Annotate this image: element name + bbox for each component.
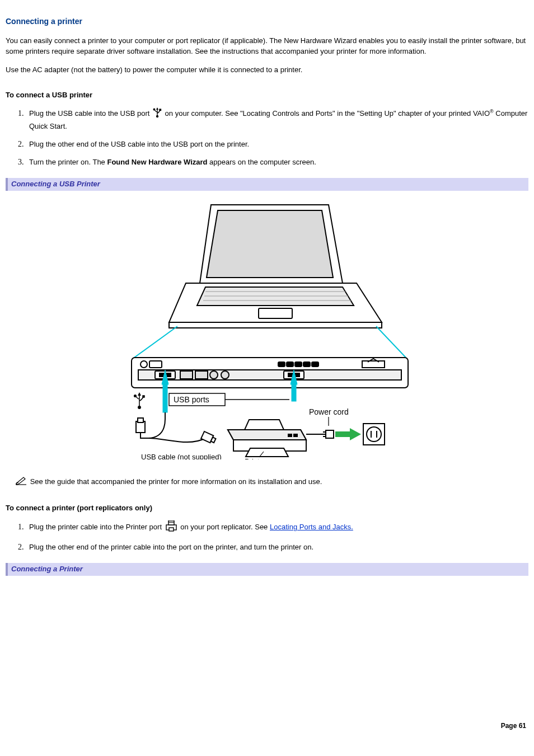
svg-rect-16 xyxy=(149,361,162,368)
section-title: Connecting a printer xyxy=(6,16,528,27)
step-text: Plug the printer cable into the Printer … xyxy=(29,523,164,531)
svg-rect-46 xyxy=(326,430,334,438)
svg-line-9 xyxy=(133,326,177,359)
list-item: Turn the printer on. The Found New Hardw… xyxy=(26,157,528,168)
svg-point-22 xyxy=(221,371,229,379)
usb-trident-icon xyxy=(153,107,162,121)
svg-marker-36 xyxy=(138,392,141,396)
intro-paragraph-1: You can easily connect a printer to your… xyxy=(6,36,528,57)
step-text-bold: Found New Hardware Wizard xyxy=(107,158,207,166)
intro-paragraph-2: Use the AC adapter (not the battery) to … xyxy=(6,65,528,76)
step-text: Plug the other end of the USB cable into… xyxy=(29,140,249,148)
svg-rect-27 xyxy=(312,362,318,367)
svg-rect-60 xyxy=(168,522,174,525)
svg-rect-8 xyxy=(259,308,292,318)
step-text: Plug the USB cable into the USB port xyxy=(29,109,152,118)
svg-rect-24 xyxy=(287,362,293,367)
note-text: See the guide that accompanied the print… xyxy=(30,477,322,486)
svg-point-21 xyxy=(210,371,218,379)
svg-rect-43 xyxy=(294,434,297,436)
step-text: on your computer. See "Locating Controls… xyxy=(165,109,490,118)
svg-rect-23 xyxy=(278,362,285,367)
svg-marker-2 xyxy=(156,107,158,110)
svg-point-35 xyxy=(138,406,140,408)
registered-mark: ® xyxy=(490,109,494,114)
svg-point-15 xyxy=(140,361,147,368)
step-text: Turn the printer on. The xyxy=(29,158,107,166)
svg-rect-31 xyxy=(163,384,167,412)
steps-port-replicator: Plug the printer cable into the Printer … xyxy=(21,520,528,553)
diagram-label-power-cord: Power cord xyxy=(309,407,349,416)
svg-rect-61 xyxy=(169,528,174,531)
svg-point-37 xyxy=(134,395,137,397)
steps-usb-printer: Plug the USB cable into the USB port on … xyxy=(21,107,528,168)
list-item: Plug the other end of the printer cable … xyxy=(26,542,528,553)
diagram-label-printer: Printer xyxy=(245,457,266,459)
svg-rect-25 xyxy=(295,362,302,367)
step-text: on your port replicator. See xyxy=(180,523,270,531)
subhead-port-replicator: To connect a printer (port replicators o… xyxy=(6,503,528,514)
svg-rect-42 xyxy=(288,434,292,436)
step-text: appears on the computer screen. xyxy=(208,158,316,166)
svg-rect-38 xyxy=(143,396,144,397)
svg-rect-19 xyxy=(180,371,193,379)
printer-port-icon xyxy=(165,520,177,535)
figure-usb-printer-diagram: USB ports Power cord Printer xyxy=(121,196,413,463)
svg-rect-33 xyxy=(292,384,296,401)
note: See the guide that accompanied the print… xyxy=(16,476,528,489)
list-item: Plug the printer cable into the Printer … xyxy=(26,520,528,535)
page-number: Page 61 xyxy=(6,721,526,731)
svg-rect-26 xyxy=(303,362,310,367)
diagram-label-usb-ports: USB ports xyxy=(174,395,209,404)
svg-marker-50 xyxy=(350,428,361,440)
svg-rect-14 xyxy=(138,370,401,380)
figure-caption-bar: Connecting a USB Printer xyxy=(6,178,528,191)
svg-line-10 xyxy=(376,326,407,359)
list-item: Plug the other end of the USB cable into… xyxy=(26,139,528,150)
svg-rect-4 xyxy=(160,109,161,111)
svg-rect-56 xyxy=(138,418,143,422)
svg-point-3 xyxy=(153,109,155,110)
link-locating-ports-and-jacks[interactable]: Locating Ports and Jacks. xyxy=(270,523,353,531)
diagram-label-usb-cable: USB cable (not supplied) xyxy=(141,453,222,459)
svg-point-52 xyxy=(367,427,381,442)
pencil-note-icon xyxy=(16,478,29,487)
svg-point-1 xyxy=(156,115,158,117)
svg-rect-49 xyxy=(335,431,350,437)
list-item: Plug the USB cable into the USB port on … xyxy=(26,107,528,132)
step-text: Plug the other end of the printer cable … xyxy=(29,543,313,551)
subhead-usb-printer: To connect a USB printer xyxy=(6,90,528,101)
figure-caption-bar: Connecting a Printer xyxy=(6,563,528,576)
svg-rect-20 xyxy=(195,371,208,379)
